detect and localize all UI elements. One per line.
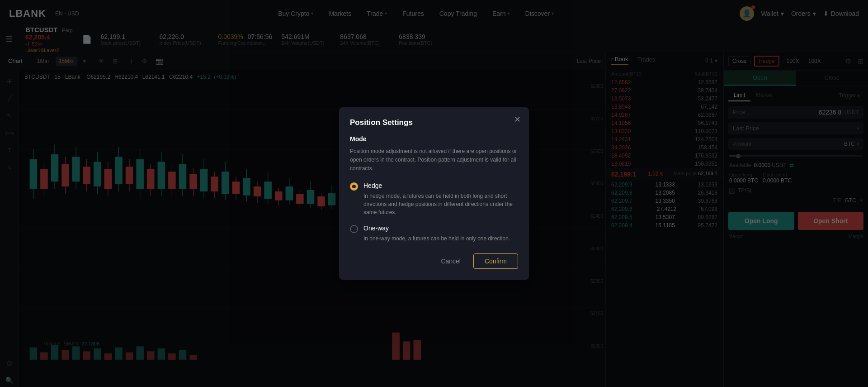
confirm-button[interactable]: Confirm <box>473 253 518 269</box>
modal-description: Position mode adjustment is not allowed … <box>350 147 518 173</box>
oneway-radio[interactable] <box>350 225 358 233</box>
hedge-option-content: Hedge In hedge mode, a futures can be he… <box>363 182 518 216</box>
modal-title: Position Settings <box>350 118 518 127</box>
cancel-button[interactable]: Cancel <box>434 253 468 269</box>
modal-overlay[interactable]: Position Settings ✕ Mode Position mode a… <box>0 0 868 387</box>
hedge-option[interactable]: Hedge In hedge mode, a futures can be he… <box>350 182 518 216</box>
position-settings-modal: Position Settings ✕ Mode Position mode a… <box>339 107 529 280</box>
modal-close-button[interactable]: ✕ <box>514 115 521 124</box>
oneway-option[interactable]: One-way In one-way mode, a futures can b… <box>350 225 518 243</box>
modal-footer: Cancel Confirm <box>350 253 518 269</box>
modal-section-title: Mode <box>350 135 518 143</box>
hedge-radio[interactable] <box>350 182 358 191</box>
hedge-radio-inner <box>352 185 356 188</box>
oneway-option-content: One-way In one-way mode, a futures can b… <box>363 225 510 243</box>
